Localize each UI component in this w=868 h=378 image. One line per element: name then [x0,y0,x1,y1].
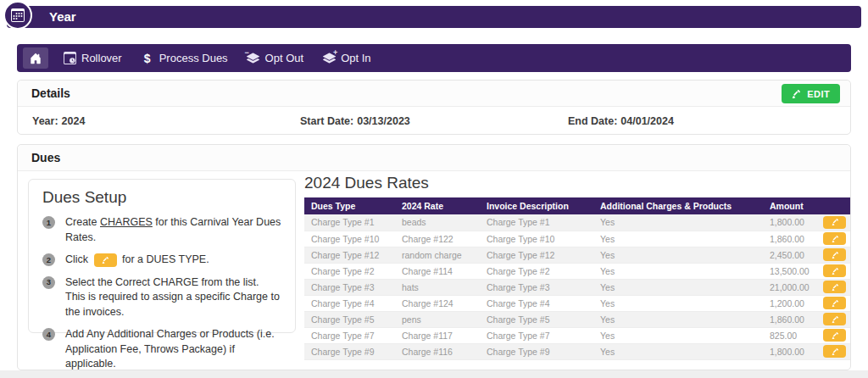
table-row: Charge Type #1 beads Charge Type #1 Yes … [304,214,850,231]
pencil-icon [832,252,838,258]
step-text: Add Any Additional Charges or Products (… [65,327,281,372]
nav-item-label: Process Dues [159,52,228,64]
nav-item-process-dues[interactable]: $ Process Dues [141,52,228,65]
layers-plus-icon: + [322,52,336,65]
pencil-icon [832,316,838,323]
pencil-icon [102,257,108,264]
col-edit [819,197,850,214]
dues-title: Dues [31,151,60,164]
cell-invoice-description: Charge Type #9 [480,343,593,359]
cell-rate: random charge [395,247,480,263]
cell-dues-type: Charge Type #2 [304,263,395,279]
nav-item-opt-in[interactable]: + Opt In [322,52,370,65]
dues-setup-panel: Dues Setup 1 Create CHARGES for this Car… [28,179,296,333]
row-edit-button[interactable] [823,345,846,358]
page-footer-strip [0,370,868,378]
edit-button[interactable]: EDIT [782,84,840,103]
cell-dues-type: Charge Type #5 [304,311,395,327]
pencil-icon [832,268,838,275]
cell-additional: Yes [593,327,763,343]
cell-invoice-description: Charge Type #3 [480,279,593,295]
step-text: Select the Correct CHARGE from the list.… [65,275,281,320]
pencil-icon [832,300,838,307]
detail-field-end-date: End Date:04/01/2024 [568,115,836,127]
row-edit-button[interactable] [823,232,846,245]
pencil-icon [832,284,838,291]
dues-rates-table: Dues Type 2024 Rate Invoice Description … [304,197,850,360]
cell-additional: Yes [593,263,763,279]
calendar-clock-icon [63,52,76,65]
field-value: 03/13/2023 [357,115,410,127]
cell-dues-type: Charge Type #12 [304,247,395,263]
step-text: Create [65,216,100,228]
table-row: Charge Type #3 hats Charge Type #3 Yes 2… [304,279,850,295]
setup-step-2: 2 Click for a DUES TYPE. [42,253,281,268]
cell-rate: Charge #117 [395,327,480,343]
nav-home-button[interactable] [23,47,48,69]
cell-rate: Charge #124 [395,295,480,311]
col-invoice-description: Invoice Description [480,197,593,214]
nav-item-opt-out[interactable]: − Opt Out [247,52,304,65]
cell-invoice-description: Charge Type #1 [480,214,593,231]
page-title: Year [49,6,76,28]
cell-invoice-description: Charge Type #2 [480,263,593,279]
cell-invoice-description: Charge Type #12 [480,247,593,263]
cell-dues-type: Charge Type #1 [304,214,395,231]
pencil-icon [832,236,838,242]
row-edit-button[interactable] [823,313,846,325]
calendar-icon [11,8,25,22]
cell-amount: 1,860.00 [763,311,819,327]
detail-field-start-date: Start Date:03/13/2023 [300,115,568,127]
row-edit-button[interactable] [823,248,846,261]
table-row: Charge Type #7 Charge #117 Charge Type #… [304,327,850,343]
col-additional: Additional Charges & Products [593,197,763,214]
row-edit-button[interactable] [823,281,846,293]
cell-additional: Yes [593,343,763,359]
cell-additional: Yes [593,214,763,231]
setup-step-3: 3 Select the Correct CHARGE from the lis… [42,275,281,320]
step-text: Click [65,253,92,265]
nav-item-label: Opt Out [265,52,304,64]
table-row: Charge Type #10 Charge #122 Charge Type … [304,231,850,247]
field-value: 2024 [62,115,86,127]
pencil-icon [792,90,800,98]
step-number-badge: 3 [42,276,55,289]
home-icon [30,53,42,64]
table-row: Charge Type #5 pens Charge Type #5 Yes 1… [304,311,850,327]
dues-body: Dues Setup 1 Create CHARGES for this Car… [18,171,850,370]
cell-dues-type: Charge Type #3 [304,279,395,295]
charges-link[interactable]: CHARGES [100,216,153,228]
details-card: Details EDIT Year:2024 Start Date:03/13/… [17,80,851,135]
setup-step-1: 1 Create CHARGES for this Carnival Year … [42,215,281,245]
col-rate: 2024 Rate [395,197,480,214]
row-edit-button[interactable] [823,216,846,229]
table-row: Charge Type #9 Charge #116 Charge Type #… [304,343,850,359]
cell-invoice-description: Charge Type #5 [480,311,593,327]
calendar-badge [3,1,32,30]
inline-pencil-button[interactable] [94,253,117,267]
cell-rate: pens [395,311,480,327]
page-header: Year [7,6,861,28]
cell-additional: Yes [593,295,763,311]
col-amount: Amount [763,197,819,214]
cell-amount: 1,800.00 [763,214,819,231]
dues-card: Dues Dues Setup 1 Create CHARGES for thi… [17,144,851,370]
setup-step-4: 4 Add Any Additional Charges or Products… [42,327,281,372]
table-header-row: Dues Type 2024 Rate Invoice Description … [304,197,850,214]
cell-rate: Charge #122 [395,231,480,247]
rates-title: 2024 Dues Rates [304,174,429,192]
row-edit-button[interactable] [823,329,846,342]
field-label: Start Date: [300,115,353,127]
row-edit-button[interactable] [823,297,846,309]
cell-dues-type: Charge Type #4 [304,295,395,311]
cell-dues-type: Charge Type #7 [304,327,395,343]
dues-setup-title: Dues Setup [42,188,281,207]
nav-item-rollover[interactable]: Rollover [63,52,122,65]
layers-minus-icon: − [247,52,260,65]
cell-amount: 825.00 [763,327,819,343]
row-edit-button[interactable] [823,264,846,277]
pencil-icon [832,348,838,355]
cell-additional: Yes [593,247,763,263]
pencil-icon [832,219,838,225]
details-title: Details [31,86,70,100]
